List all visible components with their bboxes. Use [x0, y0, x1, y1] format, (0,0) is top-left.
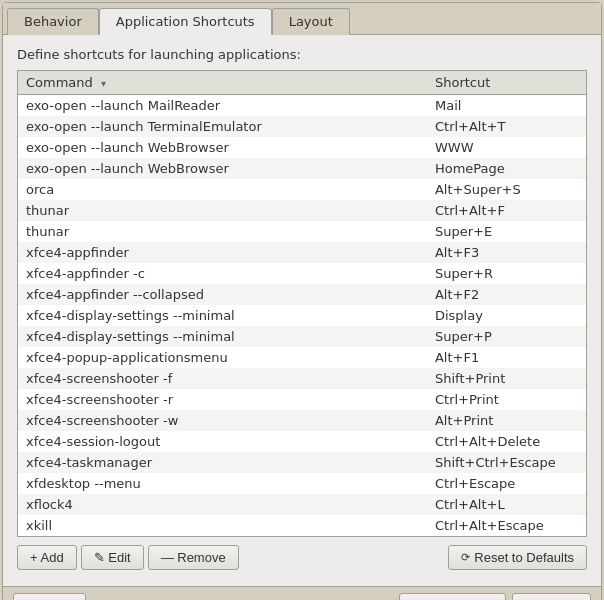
add-button-label: + Add — [30, 550, 64, 565]
table-row[interactable]: xfce4-taskmanagerShift+Ctrl+Escape — [18, 452, 586, 473]
tab-behavior[interactable]: Behavior — [7, 8, 99, 35]
shortcut-cell: Alt+Super+S — [427, 179, 586, 200]
tab-bar: Behavior Application Shortcuts Layout — [3, 3, 601, 35]
command-cell: xfce4-screenshooter -f — [18, 368, 427, 389]
table-row[interactable]: xfce4-popup-applicationsmenuAlt+F1 — [18, 347, 586, 368]
table-row[interactable]: xfce4-appfinder -cSuper+R — [18, 263, 586, 284]
shortcut-cell: Ctrl+Alt+Escape — [427, 515, 586, 536]
table-row[interactable]: xfce4-appfinderAlt+F3 — [18, 242, 586, 263]
table-row[interactable]: xfce4-screenshooter -wAlt+Print — [18, 410, 586, 431]
reset-button-label: Reset to Defaults — [474, 550, 574, 565]
remove-button-label: — Remove — [161, 550, 226, 565]
shortcuts-table-container: Command ▾ Shortcut exo-open --launch Mai… — [17, 70, 587, 537]
column-header-command[interactable]: Command ▾ — [18, 71, 427, 95]
tab-appshortcuts-label: Application Shortcuts — [116, 14, 255, 29]
shortcut-cell: Alt+F2 — [427, 284, 586, 305]
table-row[interactable]: xfce4-display-settings --minimalDisplay — [18, 305, 586, 326]
table-row[interactable]: exo-open --launch WebBrowserWWW — [18, 137, 586, 158]
command-cell: exo-open --launch WebBrowser — [18, 158, 427, 179]
column-header-shortcut[interactable]: Shortcut — [427, 71, 586, 95]
table-header-row: Command ▾ Shortcut — [18, 71, 586, 95]
shortcut-cell: Ctrl+Alt+T — [427, 116, 586, 137]
shortcut-cell: HomePage — [427, 158, 586, 179]
command-cell: xfdesktop --menu — [18, 473, 427, 494]
command-cell: xfce4-screenshooter -r — [18, 389, 427, 410]
table-row[interactable]: xfce4-appfinder --collapsedAlt+F2 — [18, 284, 586, 305]
shortcut-cell: Ctrl+Escape — [427, 473, 586, 494]
shortcut-cell: Alt+F1 — [427, 347, 586, 368]
main-window: Behavior Application Shortcuts Layout De… — [2, 2, 602, 600]
shortcut-cell: Alt+Print — [427, 410, 586, 431]
shortcut-cell: Mail — [427, 95, 586, 117]
footer-bar: ✿ Help ◂ All Settings ✕ Close — [3, 586, 601, 600]
table-row[interactable]: xfce4-display-settings --minimalSuper+P — [18, 326, 586, 347]
remove-button[interactable]: — Remove — [148, 545, 239, 570]
edit-button[interactable]: ✎ Edit — [81, 545, 144, 570]
shortcut-cell: Ctrl+Print — [427, 389, 586, 410]
shortcut-cell: WWW — [427, 137, 586, 158]
command-cell: thunar — [18, 200, 427, 221]
section-label: Define shortcuts for launching applicati… — [17, 47, 587, 62]
command-cell: exo-open --launch TerminalEmulator — [18, 116, 427, 137]
table-body: exo-open --launch MailReaderMailexo-open… — [18, 95, 586, 537]
all-settings-button[interactable]: ◂ All Settings — [399, 593, 506, 600]
command-cell: xfce4-appfinder --collapsed — [18, 284, 427, 305]
bottom-actions-bar: + Add ✎ Edit — Remove ⟳ Reset to Default… — [17, 545, 587, 570]
reset-button[interactable]: ⟳ Reset to Defaults — [448, 545, 587, 570]
tab-appshortcuts[interactable]: Application Shortcuts — [99, 8, 272, 35]
table-row[interactable]: orcaAlt+Super+S — [18, 179, 586, 200]
sort-arrow-icon: ▾ — [101, 78, 106, 89]
table-row[interactable]: exo-open --launch WebBrowserHomePage — [18, 158, 586, 179]
command-cell: xkill — [18, 515, 427, 536]
shortcut-cell: Super+P — [427, 326, 586, 347]
table-row[interactable]: xflock4Ctrl+Alt+L — [18, 494, 586, 515]
table-row[interactable]: xfce4-screenshooter -fShift+Print — [18, 368, 586, 389]
table-row[interactable]: exo-open --launch TerminalEmulatorCtrl+A… — [18, 116, 586, 137]
command-cell: xfce4-display-settings --minimal — [18, 326, 427, 347]
close-button[interactable]: ✕ Close — [512, 593, 591, 600]
table-row[interactable]: exo-open --launch MailReaderMail — [18, 95, 586, 117]
shortcut-cell: Ctrl+Alt+L — [427, 494, 586, 515]
command-cell: xflock4 — [18, 494, 427, 515]
command-cell: exo-open --launch WebBrowser — [18, 137, 427, 158]
table-row[interactable]: xkillCtrl+Alt+Escape — [18, 515, 586, 536]
table-row[interactable]: xfdesktop --menuCtrl+Escape — [18, 473, 586, 494]
table-row[interactable]: thunarSuper+E — [18, 221, 586, 242]
shortcut-cell: Display — [427, 305, 586, 326]
shortcut-col-label: Shortcut — [435, 75, 490, 90]
command-cell: xfce4-popup-applicationsmenu — [18, 347, 427, 368]
edit-button-label: ✎ Edit — [94, 550, 131, 565]
table-row[interactable]: thunarCtrl+Alt+F — [18, 200, 586, 221]
command-cell: xfce4-screenshooter -w — [18, 410, 427, 431]
shortcut-cell: Super+E — [427, 221, 586, 242]
command-cell: xfce4-display-settings --minimal — [18, 305, 427, 326]
tab-layout[interactable]: Layout — [272, 8, 350, 35]
shortcut-cell: Shift+Print — [427, 368, 586, 389]
command-col-label: Command — [26, 75, 93, 90]
help-button[interactable]: ✿ Help — [13, 593, 86, 600]
tab-layout-label: Layout — [289, 14, 333, 29]
shortcut-cell: Super+R — [427, 263, 586, 284]
command-cell: xfce4-taskmanager — [18, 452, 427, 473]
tab-behavior-label: Behavior — [24, 14, 82, 29]
table-row[interactable]: xfce4-screenshooter -rCtrl+Print — [18, 389, 586, 410]
table-row[interactable]: xfce4-session-logoutCtrl+Alt+Delete — [18, 431, 586, 452]
shortcut-cell: Alt+F3 — [427, 242, 586, 263]
command-cell: xfce4-appfinder -c — [18, 263, 427, 284]
shortcut-cell: Ctrl+Alt+Delete — [427, 431, 586, 452]
reset-icon: ⟳ — [461, 551, 470, 564]
command-cell: xfce4-session-logout — [18, 431, 427, 452]
content-area: Define shortcuts for launching applicati… — [3, 35, 601, 586]
add-button[interactable]: + Add — [17, 545, 77, 570]
command-cell: thunar — [18, 221, 427, 242]
shortcut-cell: Ctrl+Alt+F — [427, 200, 586, 221]
shortcut-cell: Shift+Ctrl+Escape — [427, 452, 586, 473]
command-cell: xfce4-appfinder — [18, 242, 427, 263]
command-cell: exo-open --launch MailReader — [18, 95, 427, 117]
command-cell: orca — [18, 179, 427, 200]
shortcuts-table: Command ▾ Shortcut exo-open --launch Mai… — [18, 71, 586, 536]
